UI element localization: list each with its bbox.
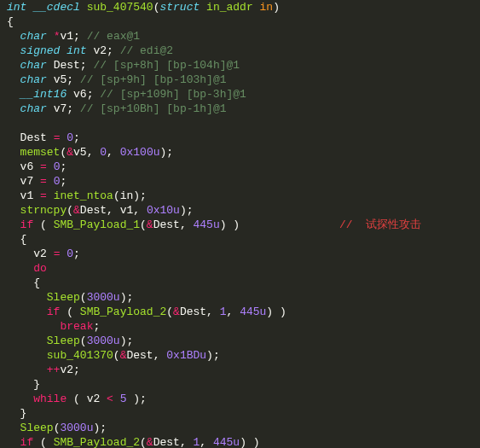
type-kw: char: [20, 102, 47, 115]
keyword: if: [20, 218, 34, 231]
number: 3000u: [87, 291, 120, 304]
code-line: __int16 v6; // [sp+109h] [bp-3h]@1: [7, 87, 480, 102]
func-call: SMB_Payload_2: [54, 436, 140, 448]
var-name: v1: [120, 204, 134, 217]
func-call: SMB_Payload_2: [80, 305, 166, 318]
comment: // [sp+9h] [bp-103h]@1: [80, 73, 227, 86]
var-name: v7: [54, 102, 67, 115]
code-line: strncpy(&Dest, v1, 0x10u);: [7, 203, 480, 218]
number: 445u: [240, 305, 266, 318]
code-line: v7 = 0;: [7, 174, 480, 189]
comment-annotation: // 试探性攻击: [339, 218, 421, 232]
var-name: Dest: [180, 305, 206, 318]
type-kw: signed int: [20, 44, 87, 57]
code-line: v1 = inet_ntoa(in);: [7, 189, 480, 203]
var-name: v2: [33, 247, 47, 260]
code-line: if ( SMB_Payload_2(&Dest, 1, 445u) ): [7, 435, 480, 448]
func-call: memset: [20, 146, 61, 159]
number: 0x100u: [120, 146, 160, 159]
comment: // eax@1: [87, 30, 140, 43]
code-line: Sleep(3000u);: [7, 421, 480, 435]
var-name: Dest: [80, 204, 107, 217]
var-name: v5: [54, 73, 67, 86]
func-call: strncpy: [20, 204, 67, 217]
keyword: if: [20, 436, 34, 448]
number: 5: [120, 393, 127, 405]
code-line: while ( v2 < 5 );: [7, 392, 480, 406]
keyword: do: [33, 262, 47, 275]
var-name: v6: [20, 160, 34, 173]
comment: // edi@2: [120, 44, 173, 57]
var-name: Dest: [153, 218, 180, 231]
code-line: ++v2;: [7, 363, 480, 377]
comment: // [sp+109h] [bp-3h]@1: [100, 88, 246, 101]
func-call: sub_401370: [47, 349, 113, 362]
param-name: in: [260, 1, 274, 14]
number: 3000u: [87, 335, 120, 347]
var-name: Dest: [54, 59, 80, 72]
number: 1: [220, 305, 227, 318]
code-line: {: [7, 276, 480, 290]
number: 0: [67, 247, 73, 260]
code-line: Dest = 0;: [7, 131, 480, 145]
code-line: v2 = 0;: [7, 247, 480, 261]
var-name: v2: [93, 44, 107, 57]
var-name: v2: [60, 364, 73, 376]
number: 445u: [213, 436, 240, 448]
func-call: SMB_Payload_1: [54, 218, 140, 231]
number: 0: [67, 131, 73, 144]
type-kw: int: [7, 1, 26, 14]
comment: // [sp+8h] [bp-104h]@1: [93, 59, 240, 72]
var-name: v1: [60, 30, 73, 43]
code-line: signed int v2; // edi@2: [7, 44, 480, 58]
code-line: char Dest; // [sp+8h] [bp-104h]@1: [7, 58, 480, 73]
amp-op: &: [67, 146, 73, 159]
var-name: v5: [73, 146, 87, 159]
var-name: v7: [20, 175, 34, 188]
amp-op: &: [147, 436, 153, 448]
code-line: [7, 116, 480, 131]
code-line: }: [7, 406, 480, 421]
var-name: in: [120, 189, 134, 202]
code-line: Sleep(3000u);: [7, 334, 480, 348]
code-line: do: [7, 261, 480, 276]
code-line: {: [7, 15, 480, 29]
amp-op: &: [73, 204, 80, 217]
var-name: v2: [87, 393, 101, 405]
var-name: Dest: [20, 131, 47, 144]
var-name: Dest: [126, 349, 153, 362]
number: 445u: [194, 218, 220, 231]
cc-kw: __cdecl: [33, 1, 80, 14]
var-name: v6: [73, 88, 87, 101]
code-line: break;: [7, 319, 480, 334]
var-name: v1: [20, 189, 34, 202]
func-call: Sleep: [20, 422, 54, 434]
func-call: inet_ntoa: [54, 189, 113, 202]
keyword: break: [60, 320, 93, 333]
code-line: }: [7, 377, 480, 392]
code-line: char v7; // [sp+10Bh] [bp-1h]@1: [7, 102, 480, 116]
type-kw: char: [20, 73, 47, 86]
code-line: if ( SMB_Payload_2(&Dest, 1, 445u) ): [7, 305, 480, 319]
number: 0x10u: [147, 204, 180, 217]
comment: // [sp+10Bh] [bp-1h]@1: [80, 102, 227, 115]
keyword: while: [33, 393, 67, 405]
var-name: Dest: [153, 436, 180, 448]
type-kw: char: [20, 30, 47, 43]
code-line: char *v1; // eax@1: [7, 29, 480, 44]
param-type: in_addr: [206, 1, 253, 14]
number: 3000u: [60, 422, 93, 434]
number: 0: [100, 146, 107, 159]
func-call: Sleep: [47, 335, 80, 347]
code-line: v6 = 0;: [7, 160, 480, 174]
code-viewer: int __cdecl sub_407540(struct in_addr in…: [7, 0, 480, 448]
amp-op: &: [173, 305, 180, 318]
code-line: memset(&v5, 0, 0x100u);: [7, 145, 480, 160]
type-kw: __int16: [20, 88, 67, 101]
func-name: sub_407540: [87, 1, 153, 14]
code-line: Sleep(3000u);: [7, 290, 480, 305]
keyword: if: [47, 305, 61, 318]
amp-op: &: [147, 218, 153, 231]
code-line: int __cdecl sub_407540(struct in_addr in…: [7, 0, 480, 15]
code-line: char v5; // [sp+9h] [bp-103h]@1: [7, 73, 480, 87]
